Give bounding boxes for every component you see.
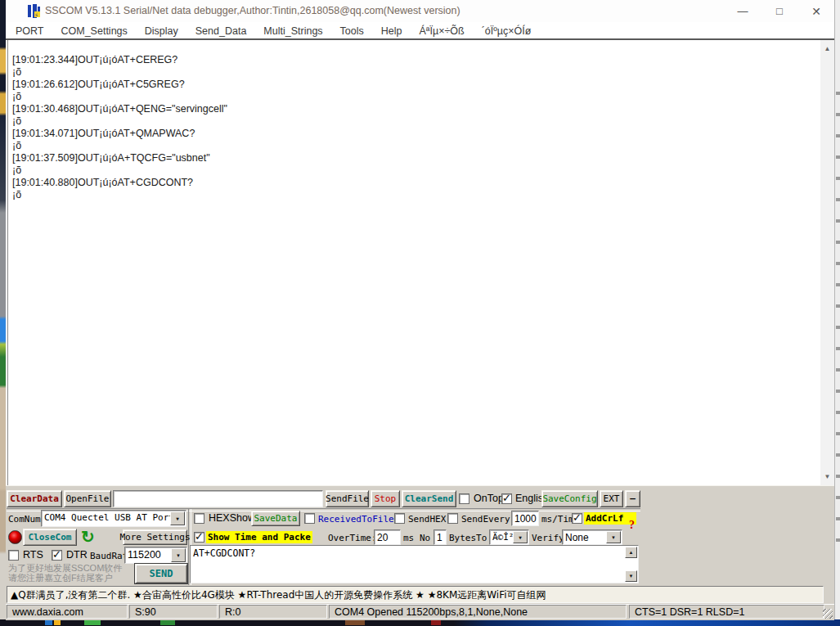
taskbar-icon-fragment [160, 620, 175, 625]
byte-no-input[interactable]: 1 [433, 529, 447, 545]
baudrate-value: 115200 [128, 549, 161, 561]
terminal-line: ¡õ [12, 164, 820, 177]
send-interval-input[interactable]: 1000 [511, 511, 539, 526]
close-button[interactable]: ✕ [802, 0, 831, 22]
scroll-down-icon[interactable]: ▼ [625, 570, 637, 582]
overtime-input[interactable]: 20 [374, 529, 401, 545]
help-icon[interactable]: ? [629, 519, 635, 532]
terminal-line: [19:01:23.344]OUT¡ú¡óAT+CEREG? [12, 54, 820, 66]
com-port-select[interactable]: COM4 Quectel USB AT Port ▼ [41, 510, 186, 527]
scroll-down-icon[interactable]: ▼ [820, 470, 834, 484]
add-crlf-checkbox[interactable] [572, 513, 582, 524]
send-every-label[interactable]: SendEvery: [461, 514, 515, 525]
send-text-input[interactable]: AT+CGDCONT? [190, 545, 639, 583]
rts-checkbox[interactable] [8, 550, 19, 561]
terminal-line: [19:01:40.880]OUT¡ú¡óAT+CGDCONT? [12, 177, 820, 189]
ext-button[interactable]: EXT [600, 490, 623, 507]
chevron-down-icon[interactable]: ▼ [606, 531, 621, 543]
chevron-down-icon[interactable]: ▼ [171, 548, 186, 562]
terminal-line: [19:01:37.509]OUT¡ú¡óA+TQCFG="usbnet" [12, 152, 820, 164]
save-config-button[interactable]: SaveConfig [541, 490, 598, 507]
close-com-button[interactable]: CloseCom [23, 529, 77, 546]
menu-item[interactable]: ÁªÏµ×÷Õß [420, 25, 465, 37]
refresh-ports-icon[interactable]: ↻ [81, 527, 95, 547]
taskbar-strip [0, 619, 840, 626]
terminal-line: [19:01:26.612]OUT¡ú¡óAT+C5GREG? [12, 79, 820, 91]
send-hex-checkbox[interactable] [394, 513, 405, 524]
chevron-down-icon[interactable]: ▼ [513, 531, 528, 543]
bytes-to-label: BytesTo [449, 533, 487, 543]
menu-bar: PORTCOM_SettingsDisplaySend_DataMulti_St… [6, 22, 834, 39]
registration-promo: 为了更好地发展SSCOM软件 请您注册嘉立创F结尾客户 [8, 563, 122, 583]
terminal-line: [19:01:30.468]OUT¡ú¡óAT+QENG="servingcel… [12, 103, 820, 115]
terminal-line: [19:01:34.071]OUT¡ú¡óAT+QMAPWAC? [12, 128, 820, 140]
menu-item[interactable]: COM_Settings [61, 25, 128, 37]
status-com-state: COM4 Opened 115200bps,8,1,None,None [329, 605, 627, 619]
baudrate-label: BaudRat [90, 551, 128, 561]
terminal-line: ¡õ [12, 140, 820, 152]
english-checkbox[interactable] [501, 493, 512, 504]
baudrate-select[interactable]: 115200 ▼ [124, 547, 187, 564]
terminal-line: ¡õ [12, 66, 820, 79]
bytes-to-value: Ä©Î² [492, 532, 514, 543]
terminal-output[interactable]: [19:01:23.344]OUT¡ú¡óAT+CEREG?¡õ[19:01:2… [7, 40, 820, 485]
maximize-button[interactable]: □ [765, 0, 794, 22]
menu-item[interactable]: Help [381, 25, 402, 37]
clear-data-button[interactable]: ClearData [7, 490, 62, 507]
hexshow-label[interactable]: HEXShow [209, 512, 255, 524]
svg-text:s: s [35, 11, 38, 17]
taskbar-icon-fragment [54, 620, 61, 625]
open-file-button[interactable]: OpenFile [64, 490, 111, 507]
stop-button[interactable]: Stop [371, 490, 400, 507]
ontop-label[interactable]: OnTop [474, 493, 504, 504]
menu-item[interactable]: Send_Data [195, 25, 247, 37]
save-data-button[interactable]: SaveData [251, 511, 300, 526]
promo-line-2: 请您注册嘉立创F结尾客户 [8, 573, 122, 583]
overtime-label: OverTime: [328, 533, 377, 543]
collapse-button[interactable]: — [625, 490, 640, 507]
hexshow-checkbox[interactable] [194, 513, 204, 524]
menu-item[interactable]: PORT [16, 25, 44, 37]
menu-item[interactable]: Multi_Strings [263, 25, 322, 37]
chevron-down-icon[interactable]: ▼ [170, 511, 185, 525]
send-hex-label[interactable]: SendHEX [408, 514, 446, 525]
verify-label: Verify [532, 533, 564, 543]
taskbar-icon-fragment [84, 620, 101, 625]
send-file-button[interactable]: SendFile [326, 490, 369, 507]
dtr-label[interactable]: DTR [66, 549, 88, 561]
terminal-line: ¡õ [12, 115, 820, 128]
rts-label[interactable]: RTS [23, 549, 43, 561]
received-to-file-label[interactable]: ReceivedToFile [318, 514, 394, 525]
status-received-count: R:0 [219, 605, 327, 619]
send-every-checkbox[interactable] [447, 513, 458, 524]
verify-select[interactable]: None ▼ [562, 529, 622, 545]
terminal-line: ¡õ [12, 91, 820, 103]
promo-line-1: 为了更好地发展SSCOM软件 [8, 563, 122, 573]
status-signals: CTS=1 DSR=1 RLSD=1 [629, 605, 824, 619]
scroll-up-icon[interactable]: ▲ [625, 547, 637, 558]
ontop-checkbox[interactable] [459, 493, 469, 504]
menu-item[interactable]: Tools [340, 25, 364, 37]
dtr-checkbox[interactable] [52, 550, 62, 561]
received-to-file-checkbox[interactable] [304, 513, 315, 524]
resize-grip[interactable] [823, 609, 833, 619]
comnum-label: ComNum [8, 514, 41, 525]
menu-item[interactable]: Display [145, 25, 178, 37]
ms-label: ms [403, 533, 414, 543]
ad-banner[interactable]: ▲Q群满员了,没有第二个群. ★合宙高性价比4G模块 ★RT-Thread中国人… [7, 586, 824, 603]
title-bar: s SSCOM V5.13.1 Serial/Net data debugger… [6, 0, 834, 22]
more-settings-button[interactable]: More Settings [123, 529, 187, 545]
show-time-label[interactable]: Show Time and Packe [206, 531, 312, 543]
bytes-to-select[interactable]: Ä©Î² ▼ [489, 529, 529, 545]
terminal-scrollbar[interactable]: ▲ ▼ [820, 40, 834, 485]
file-path-input[interactable] [113, 490, 323, 507]
com-status-led-icon [8, 530, 22, 544]
send-button[interactable]: SEND [135, 564, 187, 583]
status-sent-count: S:90 [129, 605, 218, 619]
minimize-button[interactable]: — [728, 0, 757, 22]
clear-send-button[interactable]: ClearSend [402, 490, 456, 507]
show-time-checkbox[interactable] [194, 532, 204, 543]
menu-item[interactable]: ´óÏºµç×ÓÍø [482, 25, 532, 37]
app-icon: s [27, 4, 41, 18]
scroll-up-icon[interactable]: ▲ [820, 42, 834, 56]
